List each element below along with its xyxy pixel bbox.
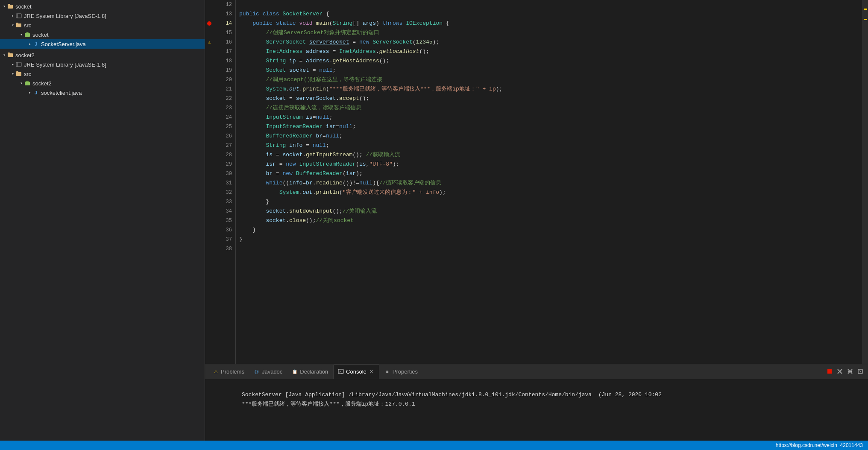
gutter-36	[205, 225, 214, 235]
arrow-icon-ss: ▸	[27, 41, 32, 47]
library-icon-s2	[15, 61, 22, 68]
sidebar-label-socket2: socket2	[15, 52, 35, 58]
gutter-29	[205, 160, 214, 169]
svg-marker-15	[25, 81, 30, 82]
svg-rect-18	[827, 369, 832, 374]
scroll-lock-button[interactable]	[856, 367, 865, 376]
gutter-33	[205, 197, 214, 207]
line-num-17: 17	[214, 47, 232, 56]
sidebar-item-socketclient[interactable]: ▸ J socketclient.java	[0, 88, 205, 97]
line-num-37: 37	[214, 235, 232, 244]
sidebar-item-socket-pkg[interactable]: ▾ socket	[0, 30, 205, 39]
code-line-24: InputStream is=null;	[239, 113, 859, 122]
line-num-19: 19	[214, 66, 232, 75]
tab-javadoc[interactable]: @ Javadoc	[249, 364, 287, 379]
problems-icon: ⚠	[213, 368, 219, 374]
tab-console[interactable]: >_ Console ✕	[333, 364, 379, 379]
status-bar: https://blog.csdn.net/weixin_42011443	[0, 441, 868, 450]
line-num-34: 34	[214, 207, 232, 216]
arrow-icon-jre: ▸	[10, 13, 15, 18]
svg-line-25	[859, 371, 861, 372]
sidebar-item-socket-jre[interactable]: ▸ JRE System Library [JavaSE-1.8]	[0, 11, 205, 20]
gutter-19	[205, 66, 214, 75]
code-line-36: }	[239, 225, 859, 235]
line-num-18: 18	[214, 56, 232, 66]
gutter-25	[205, 122, 214, 131]
stop-button[interactable]	[825, 367, 834, 376]
tab-declaration[interactable]: 📋 Declaration	[287, 364, 332, 379]
code-line-37: }	[239, 235, 859, 244]
tab-label-declaration: Declaration	[300, 368, 328, 375]
svg-rect-14	[25, 82, 30, 85]
gutter-16: ⚠	[205, 38, 214, 47]
code-line-12	[239, 0, 859, 9]
svg-rect-2	[16, 14, 21, 18]
folder-icon-s2src	[15, 70, 22, 77]
code-line-27: String info = null;	[239, 141, 859, 150]
console-icon: >_	[338, 369, 344, 375]
svg-rect-4	[16, 23, 21, 27]
sidebar-label-socketserver: SocketServer.java	[41, 41, 86, 47]
code-line-20: //调用accept()阻塞在这里，等待客户端连接	[239, 75, 859, 85]
sidebar-item-socket2-src[interactable]: ▾ src	[0, 69, 205, 79]
tab-label-problems: Problems	[221, 368, 244, 375]
sidebar-item-socket2-pkg[interactable]: ▾ socket2	[0, 79, 205, 88]
arrow-icon-pkg: ▾	[19, 32, 24, 37]
remove-all-button[interactable]	[836, 367, 844, 376]
gutter-28	[205, 150, 214, 160]
right-scrollbar[interactable]	[862, 0, 868, 364]
tab-problems[interactable]: ⚠ Problems	[208, 364, 249, 379]
svg-rect-8	[8, 53, 13, 57]
line-num-21: 21	[214, 85, 232, 94]
code-line-23: //连接后获取输入流，读取客户端信息	[239, 103, 859, 113]
sidebar-label-socketclient: socketclient.java	[41, 90, 82, 96]
gutter-20	[205, 75, 214, 85]
gutter-17	[205, 47, 214, 56]
line-num-14: 14	[214, 19, 232, 28]
gutter-31	[205, 178, 214, 188]
code-line-31: while((info=br.readLine())!=null){//循环读取…	[239, 178, 859, 188]
console-close-button[interactable]: ✕	[369, 369, 375, 375]
warning-icon-16: ⚠	[208, 40, 211, 45]
svg-rect-10	[16, 62, 21, 67]
gutter-26	[205, 131, 214, 141]
sidebar-item-socket[interactable]: ▾ socket	[0, 2, 205, 11]
code-line-32: System.out.println("客户端发送过来的信息为：" + info…	[239, 188, 859, 197]
tab-label-javadoc: Javadoc	[262, 368, 282, 375]
line-num-24: 24	[214, 113, 232, 122]
sidebar-item-socket-src[interactable]: ▾ src	[0, 20, 205, 30]
sidebar-item-socket2-jre[interactable]: ▸ JRE System Library [JavaSE-1.8]	[0, 60, 205, 69]
scroll-marker-1	[864, 9, 867, 10]
project-icon	[7, 3, 14, 10]
line-num-28: 28	[214, 150, 232, 160]
package-icon	[24, 31, 31, 38]
bottom-panel-toolbar	[825, 367, 868, 376]
code-editor[interactable]: public class SocketServer { public stati…	[236, 0, 862, 364]
line-num-31: 31	[214, 178, 232, 188]
library-icon	[15, 12, 22, 19]
code-line-29: isr = new InputStreamReader(is,"UTF-8");	[239, 160, 859, 169]
svg-rect-1	[8, 4, 10, 5]
sidebar-label-socket: socket	[15, 3, 32, 10]
console-text-2: ***服务端已就绪，等待客户端接入***，服务端ip地址：127.0.0.1	[242, 401, 415, 407]
code-line-34: socket.shutdownInput();//关闭输入流	[239, 207, 859, 216]
code-line-19: Socket socket = null;	[239, 66, 859, 75]
svg-marker-7	[25, 32, 30, 33]
tab-properties[interactable]: ≡ Properties	[380, 364, 422, 379]
sidebar-item-socket2[interactable]: ▾ socket2	[0, 50, 205, 60]
line-num-26: 26	[214, 131, 232, 141]
status-url: https://blog.csdn.net/weixin_42011443	[776, 442, 863, 448]
line-num-15: 15	[214, 28, 232, 38]
code-line-25: InputStreamReader isr=null;	[239, 122, 859, 131]
svg-rect-5	[16, 23, 18, 24]
tab-label-console: Console	[346, 368, 367, 375]
line-num-23: 23	[214, 103, 232, 113]
svg-rect-6	[25, 33, 30, 37]
line-num-27: 27	[214, 141, 232, 150]
clear-button[interactable]	[846, 367, 854, 376]
arrow-icon-s2src: ▾	[10, 71, 15, 76]
console-output: SocketServer [Java Application] /Library…	[205, 379, 868, 441]
console-text-1: SocketServer [Java Application] /Library…	[242, 392, 662, 398]
sidebar-item-socketserver[interactable]: ▸ J SocketServer.java	[0, 39, 205, 49]
java-file-icon-sc: J	[32, 89, 39, 96]
